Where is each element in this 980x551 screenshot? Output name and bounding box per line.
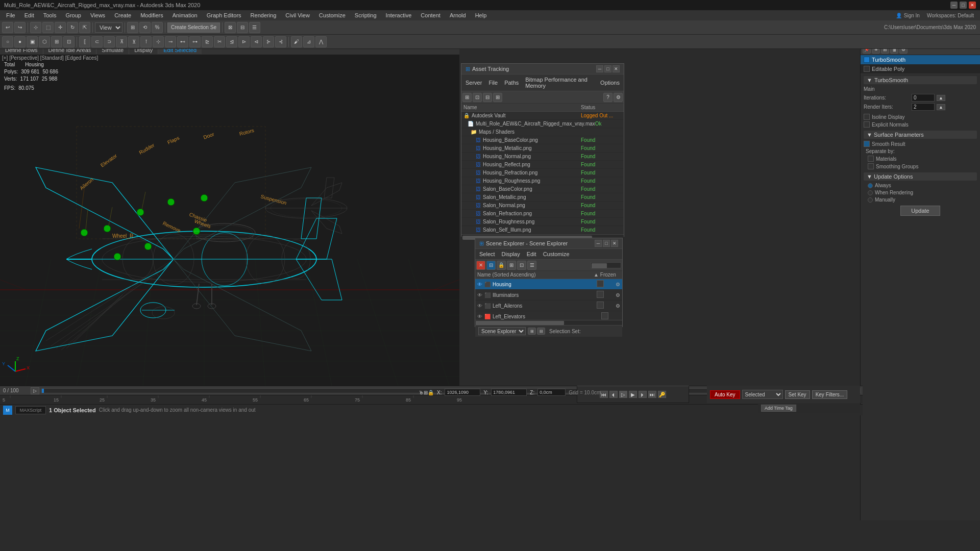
- scale-button[interactable]: ⇱: [79, 22, 90, 33]
- render-iters-up[interactable]: ▲: [937, 104, 945, 110]
- tb2-target-btn[interactable]: ⊻: [128, 36, 139, 47]
- tb2-chamfer-btn[interactable]: ⊵: [202, 36, 213, 47]
- mirror-button[interactable]: ⊠: [225, 22, 236, 33]
- menu-group[interactable]: Group: [61, 11, 85, 19]
- menu-customize[interactable]: Customize: [315, 11, 350, 19]
- x-coord-input[interactable]: [445, 389, 480, 396]
- tb2-btn2[interactable]: ●: [14, 36, 26, 47]
- menu-create[interactable]: Create: [110, 11, 135, 19]
- tb2-relax-btn[interactable]: ⋀: [315, 36, 327, 47]
- layer-button[interactable]: ☰: [249, 22, 260, 33]
- when-rendering-radio[interactable]: [868, 190, 873, 195]
- menu-content[interactable]: Content: [416, 11, 445, 19]
- anim-play-btn[interactable]: ▷: [619, 391, 627, 398]
- tb2-btn5[interactable]: ⊞: [51, 36, 62, 47]
- list-item[interactable]: 🖼 Salon_Metallic.png Found: [461, 193, 624, 202]
- render-iters-input[interactable]: [912, 103, 935, 111]
- close-button[interactable]: ✕: [969, 2, 976, 9]
- set-key-button[interactable]: Set Key: [785, 390, 810, 399]
- list-item[interactable]: 📄 Multi_Role_AEW&C_Aircraft_Rigged_max_v…: [461, 120, 624, 128]
- timeline-expand-btn[interactable]: ▷: [31, 387, 39, 394]
- angle-snap-button[interactable]: ⟲: [139, 22, 151, 33]
- tb2-weld-btn[interactable]: ⊼: [116, 36, 127, 47]
- rotate-button[interactable]: ↻: [67, 22, 78, 33]
- asset-tb-btn1[interactable]: ⊞: [462, 93, 472, 102]
- asset-tb-btn3[interactable]: ⊟: [483, 93, 492, 102]
- tb2-loop2-btn[interactable]: ⊲: [251, 36, 262, 47]
- menu-help[interactable]: Help: [471, 11, 491, 19]
- sign-in-label[interactable]: Sign In: [904, 13, 920, 18]
- list-item[interactable]: 🖼 Salon_Self_Illum.png Found: [461, 226, 624, 234]
- align-button[interactable]: ⊟: [237, 22, 248, 33]
- z-coord-input[interactable]: [537, 389, 566, 396]
- asset-tb-btn2[interactable]: ⊡: [473, 93, 482, 102]
- list-item[interactable]: 🖼 Housing_Metallic.png Found: [461, 144, 624, 153]
- list-item[interactable]: 🖼 Housing_BaseColor.png Found: [461, 136, 624, 144]
- explicit-normals-checkbox[interactable]: [864, 121, 870, 128]
- anim-play-fwd-btn[interactable]: ▶: [629, 391, 637, 398]
- scene-footer-btn1[interactable]: ⊞: [528, 328, 536, 335]
- tb2-bridge-btn[interactable]: ⊃: [104, 36, 115, 47]
- menu-file[interactable]: File: [2, 11, 19, 19]
- scene-horizontal-scroll[interactable]: [475, 320, 622, 325]
- auto-key-button[interactable]: Auto Key: [710, 390, 740, 399]
- list-item[interactable]: 🖼 Housing_Normal.png Found: [461, 153, 624, 161]
- tb2-btn3[interactable]: ▣: [27, 36, 38, 47]
- list-item[interactable]: 🖼 Salon_Roughness.png Found: [461, 218, 624, 226]
- scene-footer-btn2[interactable]: ⊟: [537, 328, 545, 335]
- list-item[interactable]: 🖼 Salon_Normal.png Found: [461, 202, 624, 210]
- tb2-remove-btn[interactable]: ⊺: [140, 36, 152, 47]
- menu-scripting[interactable]: Scripting: [351, 11, 381, 19]
- maximize-button[interactable]: □: [960, 2, 967, 9]
- scene-tb-btn2[interactable]: ⊟: [486, 261, 496, 270]
- tb2-paint-btn[interactable]: 🖌: [291, 36, 302, 47]
- menu-civil-view[interactable]: Civil View: [281, 11, 313, 19]
- tb2-grow-btn[interactable]: ⊱: [263, 36, 274, 47]
- list-item[interactable]: 🔒 Autodesk Vault Logged Out ...: [461, 112, 624, 120]
- key-filters-button[interactable]: Key Filters...: [812, 390, 848, 399]
- scene-tb-btn4[interactable]: ⊞: [507, 261, 516, 270]
- asset-panel-restore[interactable]: □: [604, 65, 611, 72]
- anim-next-btn[interactable]: ⏵: [639, 391, 647, 398]
- modifier-editable-poly[interactable]: Editable Poly: [861, 64, 980, 73]
- smoothing-groups-checkbox[interactable]: [868, 163, 874, 169]
- scene-tb-btn5[interactable]: ⊡: [517, 261, 526, 270]
- percent-snap-button[interactable]: %: [152, 22, 163, 33]
- y-coord-input[interactable]: [491, 389, 527, 396]
- select-button[interactable]: ⊹: [30, 22, 41, 33]
- scene-panel-close[interactable]: ✕: [611, 240, 618, 247]
- scene-menu-customize[interactable]: Customize: [540, 250, 573, 258]
- asset-tb-help[interactable]: ?: [603, 93, 612, 102]
- tb2-loop-btn[interactable]: ⊂: [91, 36, 103, 47]
- scene-row-housing[interactable]: 👁 ⬛ Housing ⚙: [475, 279, 622, 290]
- tb2-shrink-btn[interactable]: ⊰: [275, 36, 286, 47]
- scene-scrollbar-h[interactable]: [591, 262, 621, 268]
- isoline-checkbox[interactable]: [864, 114, 870, 120]
- update-button[interactable]: Update: [900, 206, 940, 216]
- menu-views[interactable]: Views: [86, 11, 109, 19]
- scene-menu-display[interactable]: Display: [499, 250, 523, 258]
- asset-panel-close[interactable]: ✕: [612, 65, 620, 72]
- menu-arnold[interactable]: Arnold: [446, 11, 470, 19]
- tb2-quickslice-btn[interactable]: ⊴: [226, 36, 237, 47]
- menu-graph-editors[interactable]: Graph Editors: [203, 11, 246, 19]
- list-item[interactable]: 🖼 Salon_Refraction.png Found: [461, 210, 624, 218]
- asset-menu-bitmap[interactable]: Bitmap Performance and Memory: [522, 76, 597, 90]
- menu-animation[interactable]: Animation: [168, 11, 202, 19]
- tb2-btn4[interactable]: ⬡: [39, 36, 50, 47]
- scene-tb-btn6[interactable]: ☰: [527, 261, 536, 270]
- menu-interactive[interactable]: Interactive: [382, 11, 416, 19]
- scene-menu-edit[interactable]: Edit: [524, 250, 540, 258]
- list-item[interactable]: 🖼 Housing_Roughness.png Found: [461, 177, 624, 185]
- anim-keydialog-btn[interactable]: 🔑: [658, 391, 666, 398]
- scene-explorer-dropdown[interactable]: Scene Explorer: [478, 327, 526, 335]
- tb2-ring-btn[interactable]: ⊳: [238, 36, 250, 47]
- asset-menu-paths[interactable]: Paths: [501, 79, 522, 87]
- iterations-up[interactable]: ▲: [937, 95, 945, 101]
- scene-menu-select[interactable]: Select: [476, 250, 498, 258]
- asset-menu-options[interactable]: Options: [597, 79, 623, 87]
- scene-row-elevators[interactable]: 👁 🟥 Left_Elevators: [475, 311, 622, 320]
- smooth-result-checkbox[interactable]: [864, 141, 870, 147]
- snap-button[interactable]: ⊞: [127, 22, 138, 33]
- scene-row-ailerons[interactable]: 👁 ⬛ Left_Ailerons ⚙: [475, 300, 622, 311]
